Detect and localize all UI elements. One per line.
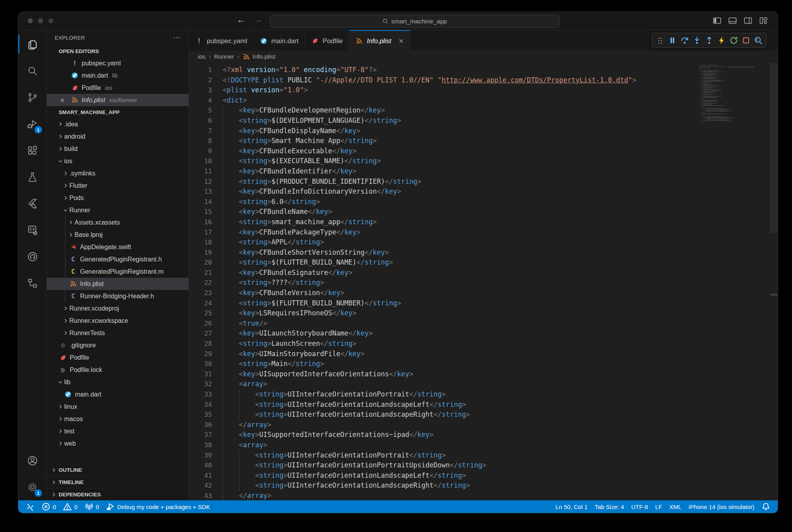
status-language-mode[interactable]: XML	[666, 500, 685, 513]
tree-item-Podfile[interactable]: Podfile	[47, 351, 189, 364]
tree-item-Runner.xcworkspace[interactable]: Runner.xcworkspace	[47, 315, 189, 327]
status-notifications[interactable]	[758, 500, 774, 513]
code-line-24[interactable]: 24 <string>$(FLUTTER_BUILD_NUMBER)</stri…	[189, 298, 778, 309]
tree-item-AppDelegate.swift[interactable]: AppDelegate.swift	[47, 241, 189, 253]
code-line-38[interactable]: 38 <array>	[189, 440, 778, 450]
code-line-4[interactable]: 4<dict>	[189, 95, 778, 106]
code-line-17[interactable]: 17 <key>CFBundlePackageType</key>	[189, 227, 778, 238]
tab-Info.plist[interactable]: Info.plist	[349, 30, 410, 51]
code-line-33[interactable]: 33 <string>UIInterfaceOrientationPortrai…	[189, 389, 778, 400]
code-line-10[interactable]: 10 <string>$(EXECUTABLE_NAME)</string>	[189, 156, 778, 166]
code-line-12[interactable]: 12 <string>$(PRODUCT_BUNDLE_IDENTIFIER)<…	[189, 177, 778, 187]
status-remote-indicator[interactable]	[22, 500, 38, 513]
code-line-11[interactable]: 11 <key>CFBundleIdentifier</key>	[189, 166, 778, 177]
stop-icon[interactable]	[740, 34, 752, 46]
back-arrow-icon[interactable]: ←	[237, 15, 245, 25]
activitybar-references-icon[interactable]	[18, 270, 46, 296]
status-warnings[interactable]: 0	[59, 500, 81, 513]
tree-item-test[interactable]: test	[47, 425, 189, 437]
tab-pubspec.yaml[interactable]: !pubspec.yaml	[189, 30, 254, 51]
code-line-42[interactable]: 42 <string>UIInterfaceOrientationLandsca…	[189, 481, 778, 491]
code-line-3[interactable]: 3<plist version="1.0">	[189, 85, 778, 95]
customize-layout-icon[interactable]	[759, 16, 768, 25]
toggle-secondary-sidebar-icon[interactable]	[743, 16, 753, 25]
tree-item-Base.lproj[interactable]: Base.lproj	[47, 229, 189, 241]
open-editor-Podfile[interactable]: Podfileios	[47, 82, 189, 94]
editor-scrollbar[interactable]	[770, 63, 778, 233]
code-line-2[interactable]: 2<!DOCTYPE plist PUBLIC "-//Apple//DTD P…	[189, 75, 778, 86]
breadcrumb-Runner[interactable]: Runner	[214, 53, 234, 60]
tree-item-Podfile.lock[interactable]: Podfile.lock	[47, 364, 189, 376]
tree-item-GeneratedPluginRegistrant.h[interactable]: CGeneratedPluginRegistrant.h	[47, 253, 189, 265]
status-eol[interactable]: LF	[652, 500, 666, 513]
activitybar-extensions-icon[interactable]	[18, 137, 46, 164]
open-editors-header[interactable]: OPEN EDITORS	[47, 45, 189, 57]
breadcrumb-Info.plist[interactable]: Info.plist	[242, 53, 275, 61]
status-indentation[interactable]: Tab Size: 4	[591, 500, 628, 513]
tree-item-ios[interactable]: ios	[47, 155, 189, 167]
status-flutter-device[interactable]: iPhone 14 (ios simulator)	[685, 500, 758, 513]
tree-item-main.dart[interactable]: main.dart	[47, 388, 189, 400]
code-line-41[interactable]: 41 <string>UIInterfaceOrientationLandsca…	[189, 471, 778, 481]
tree-item-Info.plist[interactable]: Info.plist	[47, 278, 189, 290]
code-line-28[interactable]: 28 <string>LaunchScreen</string>	[189, 339, 778, 349]
drag-handle-icon[interactable]	[654, 34, 666, 46]
code-line-19[interactable]: 19 <key>CFBundleShortVersionString</key>	[189, 248, 778, 258]
minimize-window-button[interactable]	[38, 18, 43, 23]
code-line-1[interactable]: 1<?xml version="1.0" encoding="UTF-8"?>	[189, 65, 778, 75]
tree-item-.gitignore[interactable]: .gitignore	[47, 339, 189, 351]
code-line-15[interactable]: 15 <key>CFBundleName</key>	[189, 207, 778, 217]
tree-item-linux[interactable]: linux	[47, 400, 189, 413]
code-line-9[interactable]: 9 <key>CFBundleExecutable</key>	[189, 146, 778, 156]
code-editor[interactable]: 1<?xml version="1.0" encoding="UTF-8"?>2…	[189, 63, 778, 500]
code-line-35[interactable]: 35 <string>UIInterfaceOrientationLandsca…	[189, 410, 778, 420]
tree-item-Flutter[interactable]: Flutter	[47, 179, 189, 192]
activitybar-testing-icon[interactable]	[18, 164, 46, 190]
tree-item-.idea[interactable]: .idea	[47, 118, 189, 130]
minimap[interactable]: <?xml version="1.0" encoding="UTF-8"?><!…	[698, 65, 759, 128]
tree-item-.symlinks[interactable]: .symlinks	[47, 167, 189, 179]
code-line-37[interactable]: 37 <key>UISupportedInterfaceOrientations…	[189, 430, 778, 440]
code-line-25[interactable]: 25 <key>LSRequiresIPhoneOS</key>	[189, 308, 778, 318]
inspect-widget-icon[interactable]	[752, 34, 764, 46]
step-into-icon[interactable]	[691, 34, 703, 46]
code-line-6[interactable]: 6 <string>$(DEVELOPMENT_LANGUAGE)</strin…	[189, 116, 778, 126]
activitybar-source-control-icon[interactable]	[18, 84, 46, 111]
status-errors[interactable]: 0	[38, 500, 59, 513]
activitybar-flutter-icon[interactable]	[18, 190, 46, 217]
tree-item-RunnerTests[interactable]: RunnerTests	[47, 327, 189, 339]
toggle-primary-sidebar-icon[interactable]	[712, 16, 722, 25]
tree-item-Pods[interactable]: Pods	[47, 192, 189, 204]
code-line-21[interactable]: 21 <key>CFBundleSignature</key>	[189, 268, 778, 278]
open-editor-Info.plist[interactable]: Info.plistios/Runner	[47, 94, 189, 106]
code-line-7[interactable]: 7 <key>CFBundleDisplayName</key>	[189, 126, 778, 136]
forward-arrow-icon[interactable]: →	[254, 15, 262, 25]
code-line-8[interactable]: 8 <string>Smart Machine App</string>	[189, 136, 778, 146]
step-out-icon[interactable]	[703, 34, 715, 46]
project-section-header[interactable]: SMART_MACHINE_APP	[47, 106, 189, 118]
tab-Podfile[interactable]: Podfile	[305, 30, 349, 51]
section-timeline[interactable]: TIMELINE	[47, 476, 189, 488]
code-line-36[interactable]: 36 </array>	[189, 420, 778, 430]
code-line-29[interactable]: 29 <key>UIMainStoryboardFile</key>	[189, 349, 778, 359]
restart-icon[interactable]	[728, 34, 740, 46]
tree-item-Runner-Bridging-Header.h[interactable]: CRunner-Bridging-Header.h	[47, 290, 189, 302]
more-actions-icon[interactable]: ⋯	[173, 33, 181, 42]
code-line-26[interactable]: 26 <true/>	[189, 318, 778, 329]
tab-main.dart[interactable]: main.dart	[254, 30, 305, 51]
code-line-23[interactable]: 23 <key>CFBundleVersion</key>	[189, 288, 778, 298]
close-icon[interactable]	[398, 38, 404, 44]
activitybar-run-and-debug-icon[interactable]: 1	[18, 111, 46, 137]
code-line-40[interactable]: 40 <string>UIInterfaceOrientationPortrai…	[189, 460, 778, 471]
code-line-39[interactable]: 39 <string>UIInterfaceOrientationPortrai…	[189, 450, 778, 461]
section-outline[interactable]: OUTLINE	[47, 463, 189, 476]
code-line-43[interactable]: 43 </array>	[189, 491, 778, 500]
status-cursor-position[interactable]: Ln 50, Col 1	[552, 500, 591, 513]
status-ports[interactable]: 0	[81, 500, 103, 513]
code-line-27[interactable]: 27 <key>UILaunchStoryboardName</key>	[189, 328, 778, 339]
zoom-window-button[interactable]	[48, 18, 53, 23]
activitybar-explorer-icon[interactable]	[18, 31, 46, 57]
code-line-22[interactable]: 22 <string>????</string>	[189, 278, 778, 288]
activitybar-search-icon[interactable]	[18, 57, 46, 84]
tree-item-android[interactable]: android	[47, 130, 189, 143]
